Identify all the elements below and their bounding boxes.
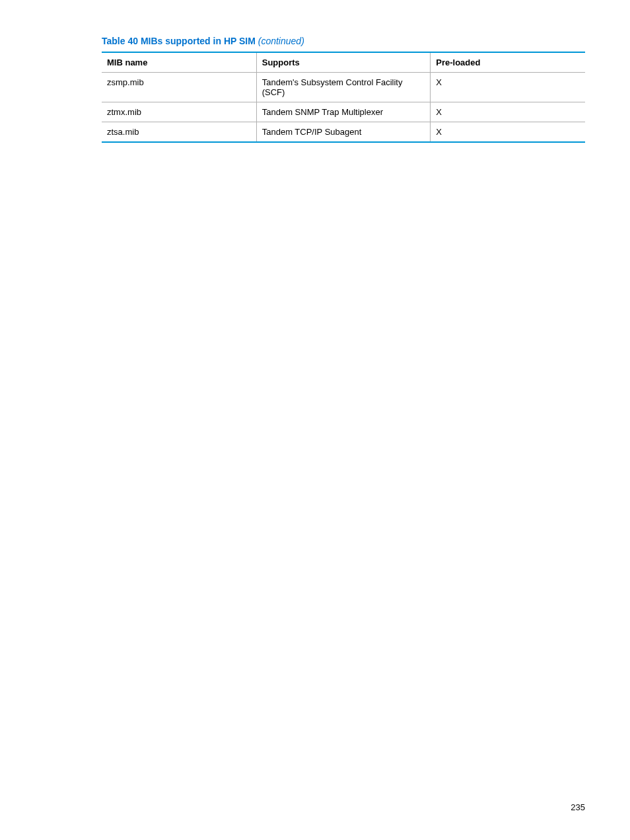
header-preloaded: Pre-loaded bbox=[431, 52, 585, 73]
table-title: Table 40 MIBs supported in HP SIM (conti… bbox=[102, 36, 585, 46]
header-mib-name: MIB name bbox=[102, 52, 256, 73]
table-header-row: MIB name Supports Pre-loaded bbox=[102, 52, 585, 73]
table-row: ztmx.mib Tandem SNMP Trap Multiplexer X bbox=[102, 102, 585, 122]
cell-preloaded: X bbox=[431, 73, 585, 102]
header-supports: Supports bbox=[256, 52, 431, 73]
cell-mib-name: ztmx.mib bbox=[102, 102, 256, 122]
cell-supports: Tandem's Subsystem Control Facility (SCF… bbox=[256, 73, 431, 102]
cell-mib-name: zsmp.mib bbox=[102, 73, 256, 102]
cell-preloaded: X bbox=[431, 102, 585, 122]
cell-supports: Tandem SNMP Trap Multiplexer bbox=[256, 102, 431, 122]
table-row: zsmp.mib Tandem's Subsystem Control Faci… bbox=[102, 73, 585, 102]
cell-preloaded: X bbox=[431, 122, 585, 143]
table-title-continued: (continued) bbox=[258, 36, 304, 46]
table-row: ztsa.mib Tandem TCP/IP Subagent X bbox=[102, 122, 585, 143]
page-number: 235 bbox=[571, 802, 585, 812]
cell-mib-name: ztsa.mib bbox=[102, 122, 256, 143]
table-title-main: Table 40 MIBs supported in HP SIM bbox=[102, 36, 256, 46]
cell-supports: Tandem TCP/IP Subagent bbox=[256, 122, 431, 143]
mib-table: MIB name Supports Pre-loaded zsmp.mib Ta… bbox=[102, 52, 585, 143]
